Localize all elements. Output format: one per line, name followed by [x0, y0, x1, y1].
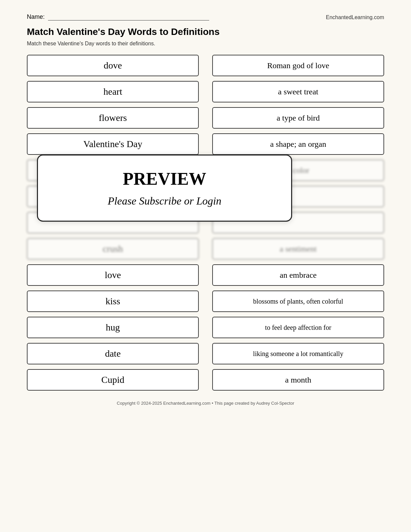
words-column: dove heart flowers Valentine's Day pink …	[27, 55, 199, 391]
def-month: a month	[212, 369, 384, 391]
def-type-of-bird: a type of bird	[212, 107, 384, 129]
word-valentines-day: Valentine's Day	[27, 133, 199, 155]
word-kiss: kiss	[27, 291, 199, 312]
word-flowers: flowers	[27, 107, 199, 129]
word-date: date	[27, 343, 199, 364]
def-sweet-treat: a sweet treat	[212, 81, 384, 102]
def-embrace: an embrace	[212, 264, 384, 286]
name-label: Name:	[27, 13, 45, 20]
word-dove: dove	[27, 55, 199, 76]
word-heart: heart	[27, 81, 199, 102]
preview-subtitle: Please Subscribe or Login	[58, 195, 271, 207]
word-hug: hug	[27, 317, 199, 338]
preview-overlay: PREVIEW Please Subscribe or Login	[37, 154, 292, 222]
name-input-line	[48, 14, 209, 20]
def-roman-god: Roman god of love	[212, 55, 384, 76]
site-name: EnchantedLearning.com	[326, 14, 384, 20]
def-blossoms: blossoms of plants, often colorful	[212, 291, 384, 312]
def-shape-organ: a shape; an organ	[212, 133, 384, 155]
def-sentiment: a sentiment	[212, 238, 384, 260]
preview-title: PREVIEW	[58, 169, 271, 189]
definitions-column: Roman god of love a sweet treat a type o…	[212, 55, 384, 391]
footer: Copyright © 2024-2025 EnchantedLearning.…	[27, 401, 384, 406]
subtitle: Match these Valentine's Day words to the…	[27, 41, 384, 47]
matching-columns: dove heart flowers Valentine's Day pink …	[27, 55, 384, 391]
def-feel-affection: to feel deep affection for	[212, 317, 384, 338]
word-cupid: Cupid	[27, 369, 199, 391]
def-liking-romantically: liking someone a lot romantically	[212, 343, 384, 364]
page-title: Match Valentine's Day Words to Definitio…	[27, 27, 384, 37]
word-crush: crush	[27, 238, 199, 260]
word-love: love	[27, 264, 199, 286]
